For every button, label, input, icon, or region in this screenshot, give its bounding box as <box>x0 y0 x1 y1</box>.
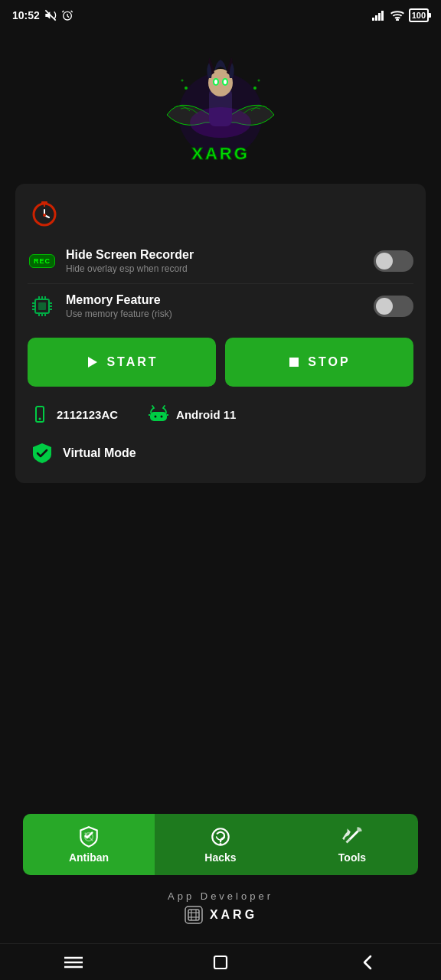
menu-icon <box>64 956 83 969</box>
buttons-row: START STOP <box>28 338 413 387</box>
alarm-icon <box>61 9 74 21</box>
brand-name: XARG <box>210 908 257 922</box>
svg-point-25 <box>43 214 46 217</box>
logo-area: XARG <box>0 31 441 176</box>
cpu-icon-container <box>28 292 57 321</box>
mute-icon <box>44 9 57 21</box>
status-right: 100 <box>372 8 429 22</box>
svg-rect-2 <box>372 18 374 21</box>
memory-feature-toggle[interactable] <box>374 296 413 317</box>
android-version: Android 11 <box>176 408 236 421</box>
play-icon <box>85 355 99 369</box>
svg-point-6 <box>397 19 398 21</box>
start-button[interactable]: START <box>28 338 216 387</box>
svg-point-19 <box>258 80 260 82</box>
main-content: REC Hide Screen Recorder Hide overlay es… <box>0 176 441 943</box>
nav-tools-label: Tools <box>338 851 366 864</box>
nav-antiban[interactable]: Antiban <box>23 814 155 875</box>
time-display: 10:52 <box>12 9 40 21</box>
wifi-icon <box>390 10 404 21</box>
svg-rect-41 <box>289 358 299 367</box>
feature-left-rec: REC Hide Screen Recorder Hide overlay es… <box>28 247 374 276</box>
device-id: 2112123AC <box>57 408 118 421</box>
stop-button[interactable]: STOP <box>225 338 413 387</box>
android-version-item: Android 11 <box>149 405 236 423</box>
svg-text:XARG: XARG <box>191 144 250 163</box>
virtual-mode-label: Virtual Mode <box>63 446 136 460</box>
svg-point-18 <box>181 80 184 82</box>
timer-row <box>28 193 413 236</box>
brand-row: XARG <box>184 905 257 925</box>
status-left: 10:52 <box>12 9 74 21</box>
nav-hacks-label: Hacks <box>204 851 236 864</box>
stop-icon <box>288 356 300 368</box>
hide-screen-recorder-row: REC Hide Screen Recorder Hide overlay es… <box>28 239 413 283</box>
hacks-icon <box>209 825 232 848</box>
svg-point-46 <box>161 416 163 418</box>
app-footer: App Developer XARG <box>15 883 426 936</box>
svg-point-13 <box>224 80 227 84</box>
svg-rect-4 <box>378 13 381 21</box>
hide-recorder-toggle[interactable] <box>374 250 413 272</box>
svg-point-45 <box>155 416 157 418</box>
stop-label: STOP <box>308 355 350 369</box>
memory-feature-subtitle: Use memory feature (risk) <box>66 309 172 319</box>
svg-point-17 <box>253 87 256 90</box>
back-icon <box>361 954 374 971</box>
antiban-icon <box>77 825 100 848</box>
phone-icon <box>31 405 49 423</box>
feature-text-memory: Memory Feature Use memory feature (risk) <box>66 293 172 319</box>
cpu-icon <box>29 293 55 319</box>
svg-rect-62 <box>214 956 227 969</box>
rec-badge: REC <box>29 254 55 268</box>
developer-label: App Developer <box>168 890 273 902</box>
battery-level: 100 <box>412 11 426 20</box>
start-label: START <box>106 355 158 369</box>
virtual-mode-row: Virtual Mode <box>28 433 413 474</box>
svg-rect-54 <box>188 910 199 920</box>
info-row: 2112123AC Android 11 <box>28 396 413 433</box>
menu-button[interactable] <box>60 949 87 976</box>
tools-icon <box>341 825 364 848</box>
back-button[interactable] <box>354 949 381 976</box>
android-icon <box>149 405 168 423</box>
memory-feature-title: Memory Feature <box>66 293 172 307</box>
svg-point-12 <box>214 80 217 84</box>
brand-icon <box>184 905 204 925</box>
svg-point-16 <box>185 87 188 90</box>
home-icon <box>212 954 229 971</box>
rec-icon-container: REC <box>28 247 57 276</box>
svg-marker-40 <box>88 357 97 368</box>
device-id-item: 2112123AC <box>31 405 118 423</box>
system-navigation-bar <box>0 943 441 980</box>
nav-tools[interactable]: Tools <box>286 814 418 875</box>
svg-rect-5 <box>381 11 384 21</box>
status-bar: 10:52 100 <box>0 0 441 31</box>
shield-check-icon <box>31 442 54 465</box>
svg-rect-44 <box>150 412 167 421</box>
app-logo: XARG <box>159 46 282 168</box>
feature-left-memory: Memory Feature Use memory feature (risk) <box>28 292 374 321</box>
nav-hacks[interactable]: Hacks <box>155 814 286 875</box>
features-card: REC Hide Screen Recorder Hide overlay es… <box>15 184 426 483</box>
svg-point-52 <box>219 843 221 845</box>
feature-text-rec: Hide Screen Recorder Hide overlay esp wh… <box>66 248 194 274</box>
svg-point-14 <box>190 107 251 138</box>
battery-icon: 100 <box>409 8 429 22</box>
bottom-navigation: Antiban Hacks Tools <box>23 814 418 875</box>
nav-antiban-label: Antiban <box>69 851 109 864</box>
svg-rect-3 <box>375 15 377 21</box>
home-button[interactable] <box>207 949 234 976</box>
hide-recorder-subtitle: Hide overlay esp when record <box>66 263 194 274</box>
timer-icon <box>31 199 58 227</box>
svg-rect-27 <box>38 302 46 310</box>
memory-feature-row: Memory Feature Use memory feature (risk) <box>28 283 413 328</box>
signal-icon <box>372 10 386 21</box>
hide-recorder-title: Hide Screen Recorder <box>66 248 194 262</box>
